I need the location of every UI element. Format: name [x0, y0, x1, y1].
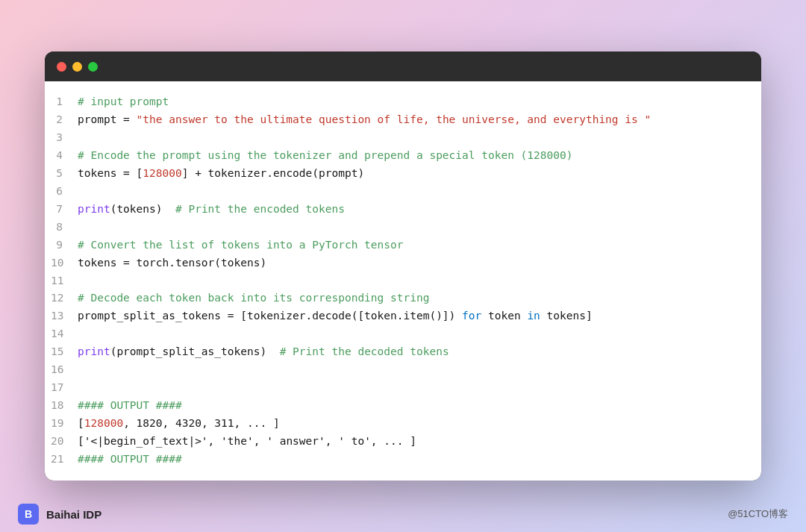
- maximize-button[interactable]: [88, 62, 98, 72]
- code-content: # Decode each token back into its corres…: [78, 290, 755, 307]
- line-number: 21: [51, 451, 78, 469]
- code-line-2: 2 prompt = "the answer to the ultimate q…: [45, 111, 761, 129]
- code-content: ['<|begin_of_text|>', 'the', ' answer', …: [78, 433, 755, 451]
- minimize-button[interactable]: [72, 62, 82, 72]
- code-content: [78, 183, 755, 201]
- code-line-14: 14: [45, 325, 761, 343]
- footer: B Baihai IDP @51CTO博客: [0, 496, 806, 532]
- code-line-20: 20 ['<|begin_of_text|>', 'the', ' answer…: [45, 433, 761, 451]
- code-content: #### OUTPUT ####: [78, 451, 755, 469]
- line-number: 19: [51, 415, 78, 433]
- close-button[interactable]: [57, 62, 66, 72]
- line-number: 15: [51, 343, 78, 361]
- code-content: print(tokens) # Print the encoded tokens: [78, 201, 755, 219]
- line-number: 5: [51, 165, 78, 183]
- code-line-13: 13 prompt_split_as_tokens = [tokenizer.d…: [45, 307, 761, 325]
- code-content: [128000, 1820, 4320, 311, ... ]: [78, 415, 755, 433]
- line-number: 10: [51, 254, 78, 272]
- line-number: 12: [51, 290, 78, 307]
- code-content: prompt = "the answer to the ultimate que…: [78, 111, 755, 129]
- line-number: 7: [51, 201, 78, 219]
- code-content: # Convert the list of tokens into a PyTo…: [78, 237, 755, 254]
- code-window: 1 # input prompt 2 prompt = "the answer …: [45, 51, 761, 480]
- code-line-17: 17: [45, 379, 761, 397]
- code-line-8: 8: [45, 219, 761, 237]
- titlebar: [45, 51, 761, 81]
- code-content: [78, 272, 755, 290]
- code-content: [78, 325, 755, 343]
- code-content: # input prompt: [78, 93, 755, 111]
- code-line-12: 12 # Decode each token back into its cor…: [45, 290, 761, 307]
- code-content: print(prompt_split_as_tokens) # Print th…: [78, 343, 755, 361]
- code-line-15: 15 print(prompt_split_as_tokens) # Print…: [45, 343, 761, 361]
- code-line-10: 10 tokens = torch.tensor(tokens): [45, 254, 761, 272]
- line-number: 14: [51, 325, 78, 343]
- code-line-4: 4 # Encode the prompt using the tokenize…: [45, 147, 761, 165]
- code-content: #### OUTPUT ####: [78, 397, 755, 415]
- code-line-21: 21 #### OUTPUT ####: [45, 451, 761, 469]
- line-number: 11: [51, 272, 78, 290]
- code-editor: 1 # input prompt 2 prompt = "the answer …: [45, 81, 761, 480]
- line-number: 8: [51, 219, 78, 237]
- line-number: 17: [51, 379, 78, 397]
- brand-name: Baihai IDP: [46, 508, 101, 521]
- code-content: prompt_split_as_tokens = [tokenizer.deco…: [78, 307, 755, 325]
- line-number: 1: [51, 93, 78, 111]
- code-line-7: 7 print(tokens) # Print the encoded toke…: [45, 201, 761, 219]
- footer-brand-area: B Baihai IDP: [18, 504, 101, 525]
- line-number: 2: [51, 111, 78, 129]
- code-line-6: 6: [45, 183, 761, 201]
- line-number: 13: [51, 307, 78, 325]
- code-line-16: 16: [45, 361, 761, 379]
- line-number: 3: [51, 129, 78, 147]
- line-number: 9: [51, 237, 78, 254]
- code-line-1: 1 # input prompt: [45, 93, 761, 111]
- line-number: 18: [51, 397, 78, 415]
- code-line-18: 18 #### OUTPUT ####: [45, 397, 761, 415]
- line-number: 16: [51, 361, 78, 379]
- code-content: [78, 219, 755, 237]
- code-line-11: 11: [45, 272, 761, 290]
- code-content: tokens = torch.tensor(tokens): [78, 254, 755, 272]
- code-line-5: 5 tokens = [128000] + tokenizer.encode(p…: [45, 165, 761, 183]
- code-content: [78, 361, 755, 379]
- code-content: [78, 379, 755, 397]
- brand-logo: B: [18, 504, 39, 525]
- line-number: 20: [51, 433, 78, 451]
- code-content: tokens = [128000] + tokenizer.encode(pro…: [78, 165, 755, 183]
- line-number: 6: [51, 183, 78, 201]
- watermark: @51CTO博客: [728, 507, 788, 521]
- code-line-3: 3: [45, 129, 761, 147]
- line-number: 4: [51, 147, 78, 165]
- code-content: [78, 129, 755, 147]
- code-line-9: 9 # Convert the list of tokens into a Py…: [45, 237, 761, 254]
- code-line-19: 19 [128000, 1820, 4320, 311, ... ]: [45, 415, 761, 433]
- code-content: # Encode the prompt using the tokenizer …: [78, 147, 755, 165]
